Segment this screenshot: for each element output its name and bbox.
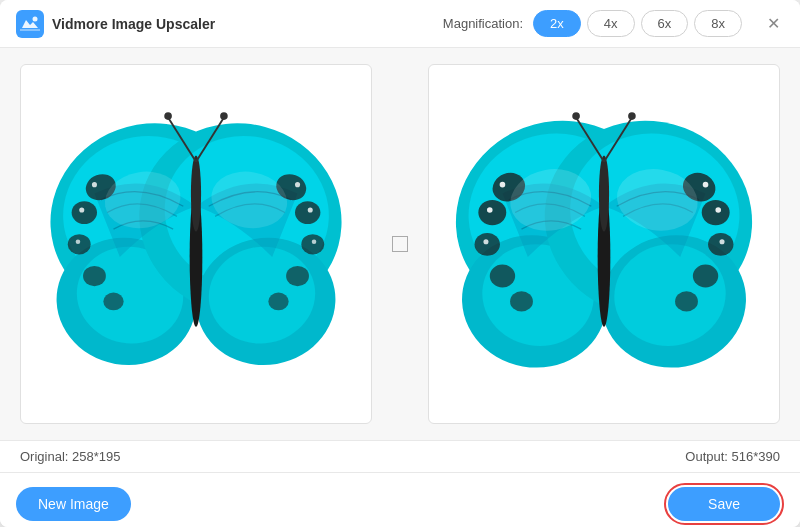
output-info: Output: 516*390 [400, 449, 780, 464]
svg-point-43 [478, 200, 506, 225]
magnification-buttons: 2x 4x 6x 8x [533, 10, 742, 37]
original-image-panel [20, 64, 372, 424]
svg-rect-0 [16, 10, 44, 38]
svg-point-50 [693, 264, 718, 287]
svg-point-44 [475, 233, 500, 256]
original-butterfly-image [31, 92, 361, 397]
svg-point-18 [286, 266, 309, 286]
output-butterfly-image [439, 92, 769, 397]
svg-point-27 [191, 155, 201, 231]
svg-point-55 [703, 182, 709, 188]
svg-point-46 [510, 291, 533, 311]
svg-point-11 [72, 201, 97, 224]
svg-point-24 [308, 207, 313, 212]
svg-point-25 [312, 239, 317, 244]
output-image-panel [428, 64, 780, 424]
app-window: Vidmore Image Upscaler Magnification: 2x… [0, 0, 800, 527]
svg-point-59 [599, 155, 609, 231]
new-image-button[interactable]: New Image [16, 487, 131, 521]
compare-divider [392, 236, 408, 252]
svg-point-23 [295, 182, 300, 187]
mag-btn-4x[interactable]: 4x [587, 10, 635, 37]
svg-point-20 [92, 182, 97, 187]
svg-point-54 [483, 239, 488, 244]
svg-point-12 [68, 234, 91, 254]
svg-point-51 [675, 291, 698, 311]
info-bar: Original: 258*195 Output: 516*390 [0, 440, 800, 472]
svg-point-52 [500, 182, 506, 188]
svg-point-31 [220, 112, 228, 120]
svg-point-53 [487, 207, 493, 213]
mag-btn-8x[interactable]: 8x [694, 10, 742, 37]
svg-point-48 [702, 200, 730, 225]
title-bar: Vidmore Image Upscaler Magnification: 2x… [0, 0, 800, 48]
original-info: Original: 258*195 [20, 449, 400, 464]
svg-point-57 [719, 239, 724, 244]
magnification-label: Magnification: [443, 16, 523, 31]
compare-square-icon [392, 236, 408, 252]
svg-point-62 [572, 112, 580, 120]
mag-btn-2x[interactable]: 2x [533, 10, 581, 37]
save-button-wrapper: Save [664, 483, 784, 525]
svg-point-16 [295, 201, 320, 224]
app-logo-icon [16, 10, 44, 38]
svg-point-63 [628, 112, 636, 120]
svg-point-22 [76, 239, 81, 244]
svg-point-30 [164, 112, 172, 120]
svg-point-13 [83, 266, 106, 286]
svg-point-14 [103, 292, 123, 310]
svg-point-49 [708, 233, 733, 256]
save-button[interactable]: Save [668, 487, 780, 521]
mag-btn-6x[interactable]: 6x [641, 10, 689, 37]
svg-point-45 [490, 264, 515, 287]
svg-point-19 [268, 292, 288, 310]
svg-point-56 [715, 207, 721, 213]
bottom-bar: New Image Save [0, 472, 800, 527]
svg-point-17 [301, 234, 324, 254]
close-button[interactable]: ✕ [762, 13, 784, 35]
main-content [0, 48, 800, 440]
svg-point-21 [79, 207, 84, 212]
svg-point-1 [33, 16, 38, 21]
app-title: Vidmore Image Upscaler [52, 16, 215, 32]
